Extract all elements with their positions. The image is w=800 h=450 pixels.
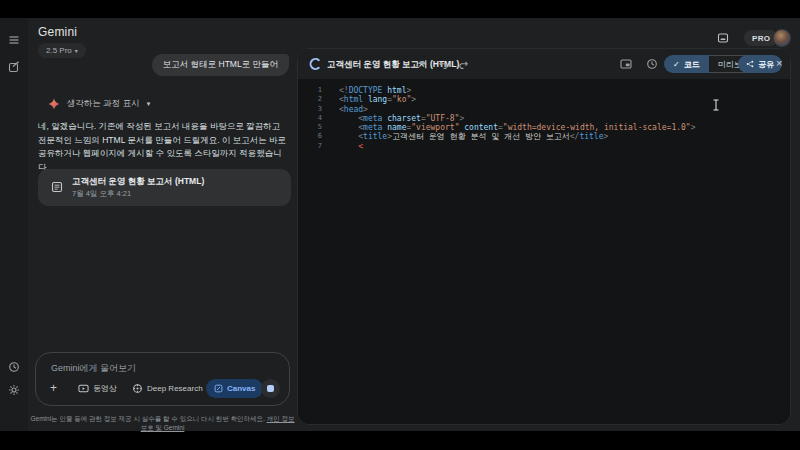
line-number: 7 xyxy=(306,142,322,151)
code-line: 1<!DOCTYPE html> xyxy=(306,86,790,95)
tool-deep-research[interactable]: Deep Research xyxy=(132,379,203,398)
text-cursor xyxy=(712,99,720,111)
tool-video[interactable]: 동영상 xyxy=(78,379,117,398)
thinking-label: 생각하는 과정 표시 xyxy=(67,98,140,110)
tool-canvas[interactable]: Canvas xyxy=(206,379,263,398)
user-message: 보고서 형태로 HTML로 만들어 xyxy=(152,54,289,76)
chat-column: 보고서 형태로 HTML로 만들어 생각하는 과정 표시 ▾ 네, 알겠습니다.… xyxy=(28,18,297,431)
line-number: 2 xyxy=(306,95,322,104)
pro-badge-label: PRO xyxy=(752,34,770,43)
apps-icon[interactable] xyxy=(717,32,729,44)
document-icon xyxy=(51,181,63,193)
thinking-toggle[interactable]: 생각하는 과정 표시 ▾ xyxy=(48,98,150,110)
canvas-panel: 고객센터 운영 현황 보고서 (HTML) ☁ xyxy=(297,48,791,425)
sidebar xyxy=(0,18,28,431)
gemini-spark-icon xyxy=(48,98,60,110)
canvas-logo-icon xyxy=(308,57,322,71)
code-line: 6 <title>고객센터 운영 현황 분석 및 개선 방안 보고서</titl… xyxy=(306,132,790,141)
artifact-title: 고객센터 운영 현황 보고서 (HTML) xyxy=(72,176,204,188)
add-button[interactable]: + xyxy=(50,381,57,395)
composer[interactable]: Gemini에게 물어보기 + 동영상 xyxy=(35,352,290,406)
tool-video-label: 동영상 xyxy=(93,383,117,394)
share-icon xyxy=(746,60,754,68)
tool-canvas-label: Canvas xyxy=(227,384,255,393)
settings-icon[interactable] xyxy=(8,384,20,396)
screen: Gemini 2.5 Pro ▾ PRO 보고서 형태로 HTML로 만들어 생… xyxy=(0,0,800,450)
history-icon[interactable] xyxy=(8,361,20,373)
composer-tools: + 동영상 xyxy=(36,379,289,398)
new-chat-icon[interactable] xyxy=(8,61,20,73)
tab-code-label: 코드 xyxy=(684,59,700,70)
deep-research-icon xyxy=(132,383,143,394)
check-icon: ✓ xyxy=(673,60,680,69)
line-number: 6 xyxy=(306,132,322,141)
code-line: 5 <meta name="viewport" content="width=d… xyxy=(306,123,790,132)
assistant-response: 네, 알겠습니다. 기존에 작성된 보고서 내용을 바탕으로 깔끔하고 전문적인… xyxy=(38,120,291,174)
line-number: 1 xyxy=(306,86,322,95)
open-in-window-icon[interactable] xyxy=(620,58,632,70)
tab-code[interactable]: ✓ 코드 xyxy=(664,55,709,73)
close-icon[interactable]: × xyxy=(776,56,782,70)
cloud-save-icon: ☁ xyxy=(417,56,429,68)
chevron-down-icon: ▾ xyxy=(147,100,151,108)
canvas-header: 고객센터 운영 현황 보고서 (HTML) ☁ xyxy=(298,49,790,79)
menu-icon[interactable] xyxy=(8,34,20,46)
line-number: 3 xyxy=(306,105,322,114)
composer-placeholder: Gemini에게 물어보기 xyxy=(51,362,136,375)
video-icon xyxy=(78,383,89,394)
stop-button[interactable] xyxy=(261,379,280,398)
tool-deep-research-label: Deep Research xyxy=(147,384,203,393)
version-history-icon[interactable] xyxy=(646,58,658,70)
disclaimer: Gemini는 인물 등에 관한 정보 제공 시 실수를 할 수 있으니 다시 … xyxy=(28,415,297,433)
share-label: 공유 xyxy=(758,59,774,70)
code-lines: 1<!DOCTYPE html>2<html lang="ko">3<head>… xyxy=(306,86,790,151)
gemini-app: Gemini 2.5 Pro ▾ PRO 보고서 형태로 HTML로 만들어 생… xyxy=(0,18,800,431)
undo-icon[interactable] xyxy=(438,58,450,70)
artifact-timestamp: 7월 4일 오후 4:21 xyxy=(72,189,131,199)
line-number: 4 xyxy=(306,114,322,123)
code-editor[interactable]: 1<!DOCTYPE html>2<html lang="ko">3<head>… xyxy=(298,79,790,425)
canvas-icon xyxy=(214,384,223,393)
disclaimer-text: Gemini는 인물 등에 관한 정보 제공 시 실수를 할 수 있으니 다시 … xyxy=(31,415,267,422)
code-line: 7 < xyxy=(306,142,790,151)
redo-icon[interactable] xyxy=(457,58,469,70)
artifact-card[interactable]: 고객센터 운영 현황 보고서 (HTML) 7월 4일 오후 4:21 xyxy=(38,169,291,206)
code-line: 4 <meta charset="UTF-8"> xyxy=(306,114,790,123)
avatar[interactable] xyxy=(773,29,791,47)
line-number: 5 xyxy=(306,123,322,132)
